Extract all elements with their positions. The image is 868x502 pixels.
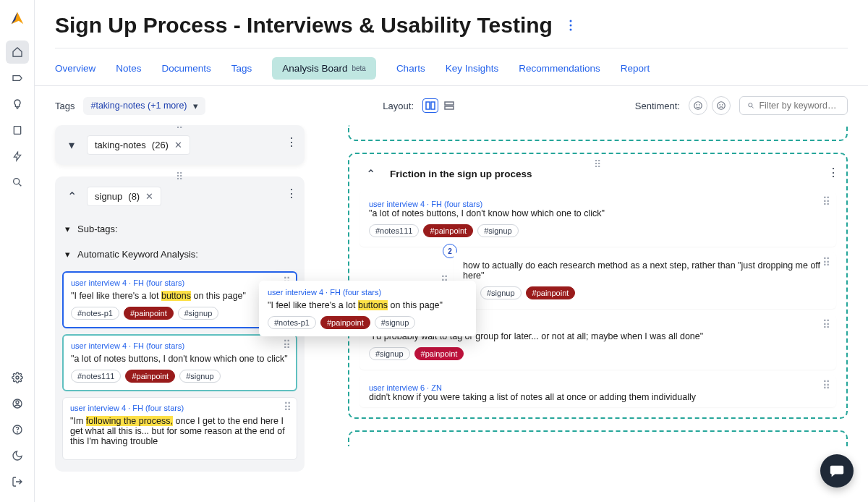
note-preview-tooltip: user interview 4 · FH (four stars) "I fe…	[259, 281, 476, 336]
collapse-toggle[interactable]: ▾	[64, 137, 80, 153]
tab-report[interactable]: Report	[621, 57, 650, 80]
more-menu-icon[interactable]: ⋮	[827, 166, 839, 179]
nav-search-icon[interactable]	[6, 171, 29, 194]
layout-columns-button[interactable]	[422, 98, 438, 113]
svg-rect-0	[14, 127, 20, 135]
drag-handle-icon[interactable]: ⠿	[822, 195, 831, 208]
close-icon[interactable]: ✕	[145, 191, 153, 202]
tab-charts[interactable]: Charts	[396, 57, 425, 80]
sentiment-sad-icon[interactable]	[712, 96, 731, 115]
note-tag[interactable]: #painpoint	[414, 347, 464, 360]
nav-help-icon[interactable]	[6, 418, 29, 441]
note-card[interactable]: ⠿ user interview 4 · FH (four stars) "a …	[62, 334, 297, 391]
svg-point-8	[569, 25, 571, 27]
note-source: user interview 6 · ZN	[369, 383, 827, 392]
svg-rect-12	[445, 102, 454, 105]
note-tag[interactable]: #painpoint	[124, 307, 174, 320]
note-tag[interactable]: #signup	[480, 286, 522, 299]
note-card[interactable]: ⠿ user interview 4 · FH (four stars) "Im…	[62, 397, 297, 460]
svg-point-16	[699, 105, 699, 106]
note-tag[interactable]: #notes-p1	[71, 307, 119, 320]
svg-point-14	[694, 102, 702, 110]
note-card[interactable]: ⠿ how to actually do each research metho…	[454, 252, 836, 309]
drag-handle-icon[interactable]: ⠿	[822, 379, 831, 392]
tab-bar: Overview Notes Documents Tags Analysis B…	[35, 48, 868, 80]
note-tag[interactable]: #signup	[369, 347, 410, 360]
tab-tags[interactable]: Tags	[231, 57, 252, 80]
note-tag[interactable]: #painpoint	[320, 316, 370, 329]
note-text: didn't know if you were taking a list of…	[369, 392, 827, 402]
tag-pill-taking-notes[interactable]: taking-notes (26) ✕	[87, 135, 190, 155]
nav-book-icon[interactable]	[6, 119, 29, 142]
nav-logout-icon[interactable]	[6, 470, 29, 493]
note-card[interactable]: ⠿ user interview 6 · ZN didn't know if y…	[359, 375, 836, 407]
note-text: "a lot of notes buttons, I don't know ho…	[369, 208, 827, 218]
keyword-analysis-label: Automatic Keyword Analysis:	[77, 249, 198, 260]
tab-recommendations[interactable]: Recommendations	[519, 57, 600, 80]
note-text: "I feel like there's a lot buttons on th…	[268, 300, 467, 310]
nav-account-icon[interactable]	[6, 392, 29, 415]
drag-handle-icon[interactable]: ⠿	[284, 401, 292, 414]
svg-rect-10	[426, 102, 430, 109]
note-tag[interactable]: #notes-p1	[268, 316, 316, 329]
nav-lightbulb-icon[interactable]	[6, 93, 29, 116]
keyword-filter-input[interactable]	[759, 101, 840, 111]
tags-filter-text: #taking-notes (+1 more)	[90, 101, 187, 111]
tab-analysis-board[interactable]: Analysis Board beta	[272, 57, 376, 80]
nav-home-icon[interactable]	[6, 41, 29, 64]
tab-documents[interactable]: Documents	[162, 57, 211, 80]
nav-bolt-icon[interactable]	[6, 145, 29, 168]
keyword-filter[interactable]	[739, 96, 848, 115]
subtags-row[interactable]: ▾ Sub-tags:	[55, 216, 305, 242]
svg-rect-11	[431, 102, 435, 109]
more-menu-icon[interactable]: ⋮	[286, 187, 297, 200]
note-tag[interactable]: #signup	[178, 307, 219, 320]
svg-point-17	[718, 102, 726, 110]
nav-tag-icon[interactable]	[6, 67, 29, 90]
nav-settings-icon[interactable]	[6, 366, 29, 389]
close-icon[interactable]: ✕	[174, 140, 182, 150]
note-source: user interview 4 · FH (four stars)	[71, 278, 289, 287]
note-tag[interactable]: #signup	[179, 370, 221, 383]
tab-overview[interactable]: Overview	[55, 57, 95, 80]
note-source: user interview 4 · FH (four stars)	[369, 200, 827, 208]
tab-analysis-label: Analysis Board	[282, 63, 347, 74]
page-title: Sign Up Process - Interviews & Usability…	[55, 13, 553, 38]
tab-notes[interactable]: Notes	[116, 57, 141, 80]
tag-name: taking-notes	[95, 140, 146, 150]
tag-group-taking-notes: ⠿ ▾ taking-notes (26) ✕ ⋮	[55, 125, 305, 165]
chat-support-button[interactable]	[820, 454, 854, 488]
tag-count: (26)	[152, 140, 169, 150]
note-tag[interactable]: #notes111	[369, 224, 419, 237]
note-tag[interactable]: #painpoint	[125, 370, 175, 383]
collapse-toggle[interactable]: ⌃	[362, 166, 378, 182]
note-card[interactable]: ⠿ user interview 4 · FH (four stars) "a …	[359, 192, 836, 247]
note-text: "Im following the process, once I get to…	[70, 416, 289, 446]
beta-badge: beta	[352, 64, 365, 72]
chevron-down-icon: ▾	[193, 101, 198, 111]
note-text: "a lot of notes buttons, I don't know wh…	[71, 354, 289, 364]
drag-handle-icon[interactable]: ⠿	[283, 339, 292, 352]
note-tag[interactable]: #signup	[477, 224, 519, 237]
drag-handle-icon[interactable]: ⠿	[822, 318, 831, 331]
tag-pill-signup[interactable]: signup (8) ✕	[87, 187, 161, 206]
note-tag[interactable]: #signup	[375, 316, 416, 329]
drag-handle-icon[interactable]: ⠿	[176, 171, 184, 182]
drag-handle-icon[interactable]: ⠿	[822, 256, 831, 269]
tab-insights[interactable]: Key Insights	[446, 57, 499, 80]
note-tag[interactable]: #notes111	[71, 370, 121, 383]
keyword-analysis-row[interactable]: ▾ Automatic Keyword Analysis:	[55, 242, 305, 267]
svg-point-20	[749, 103, 752, 107]
header-menu-icon[interactable]	[564, 19, 577, 32]
tags-filter-chip[interactable]: #taking-notes (+1 more) ▾	[83, 97, 205, 115]
svg-point-9	[569, 29, 571, 31]
sidebar	[0, 0, 35, 502]
note-tag[interactable]: #painpoint	[526, 286, 576, 299]
more-menu-icon[interactable]: ⋮	[286, 135, 297, 149]
sentiment-happy-icon[interactable]	[689, 96, 707, 115]
drag-handle-icon[interactable]: ⠿	[176, 125, 184, 131]
layout-rows-button[interactable]	[441, 98, 457, 113]
nav-theme-icon[interactable]	[6, 444, 29, 467]
collapse-toggle[interactable]: ⌃	[64, 189, 80, 205]
note-tag[interactable]: #painpoint	[423, 224, 473, 237]
